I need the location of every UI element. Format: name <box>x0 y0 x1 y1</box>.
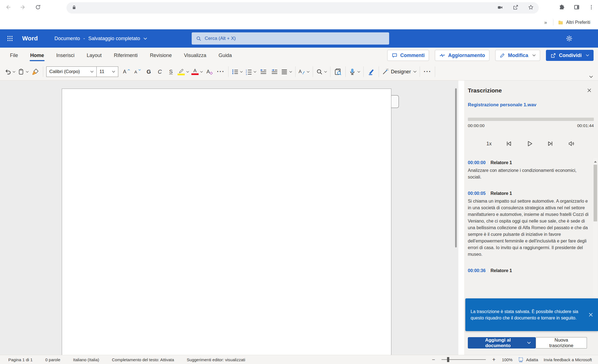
segment-timestamp[interactable]: 00:00:36 <box>468 268 486 273</box>
decrease-indent-button[interactable] <box>259 66 268 78</box>
lock-icon[interactable] <box>71 5 77 11</box>
zoom-level[interactable]: 100% <box>502 357 512 362</box>
new-transcription-button[interactable]: Nuova trascrizione <box>536 337 587 348</box>
tab-inserisci[interactable]: Inserisci <box>50 48 81 63</box>
app-launcher-icon[interactable] <box>4 33 16 44</box>
word-count[interactable]: 0 parole <box>45 357 60 362</box>
audio-file-link[interactable]: Registrazione personale 1.wav <box>468 102 537 108</box>
zoom-slider-thumb[interactable] <box>447 357 449 362</box>
document-scrollbar[interactable] <box>454 81 458 355</box>
tab-guida[interactable]: Guida <box>212 48 238 63</box>
forward-icon[interactable] <box>20 4 26 11</box>
address-bar[interactable] <box>66 2 539 14</box>
font-size-select[interactable]: 11 <box>97 66 118 77</box>
find-button[interactable] <box>316 66 327 78</box>
clear-formatting-button[interactable]: A <box>205 66 214 78</box>
transcript-scrollbar[interactable] <box>593 158 597 296</box>
increase-indent-button[interactable] <box>270 66 279 78</box>
undo-button[interactable] <box>4 66 16 78</box>
margin-comment-tab[interactable] <box>391 95 399 108</box>
transcript-scrollbar-thumb[interactable] <box>594 165 597 221</box>
editor-button[interactable] <box>367 66 376 78</box>
reload-icon[interactable] <box>35 4 41 11</box>
transcript-segment[interactable]: 00:00:36 Relatore 1 <box>468 268 589 273</box>
panel-close-icon[interactable] <box>587 88 592 94</box>
styles-button[interactable]: A <box>299 66 310 78</box>
toast-close-icon[interactable] <box>588 312 594 317</box>
extensions-icon[interactable] <box>559 4 565 11</box>
language-indicator[interactable]: Italiano (Italia) <box>73 357 99 362</box>
save-status: Salvataggio completato <box>88 36 140 42</box>
segment-timestamp[interactable]: 00:00:05 <box>468 191 486 196</box>
bullet-list-button[interactable] <box>232 66 243 78</box>
bold-button[interactable]: G <box>144 66 153 78</box>
search-box[interactable] <box>192 32 389 45</box>
zoom-in-button[interactable]: + <box>491 357 496 363</box>
format-painter-button[interactable] <box>31 66 40 78</box>
edit-mode-button[interactable]: Modifica <box>495 50 540 61</box>
search-input[interactable] <box>205 36 371 41</box>
chevron-down-icon <box>532 54 536 56</box>
tab-file[interactable]: File <box>4 48 24 63</box>
chevron-down-icon <box>357 71 360 73</box>
italic-button[interactable]: C <box>155 66 164 78</box>
numbered-list-button[interactable]: 123 <box>245 66 256 78</box>
document-scrollbar-thumb[interactable] <box>455 88 457 247</box>
transcript-segment[interactable]: 00:00:05 Relatore 1 Si chiama un impatto… <box>468 191 589 258</box>
tab-home[interactable]: Home <box>24 48 50 63</box>
bookmarks-overflow-icon[interactable]: » <box>543 20 549 25</box>
tab-riferimenti[interactable]: Riferimenti <box>108 48 144 63</box>
designer-button[interactable]: Designer <box>382 66 417 78</box>
app-name[interactable]: Word <box>22 35 38 42</box>
underline-button[interactable]: S <box>166 66 175 78</box>
scroll-up-icon[interactable] <box>594 159 597 164</box>
highlight-button[interactable] <box>178 66 189 78</box>
editor-suggestions-status[interactable]: Suggerimenti editor: visualizzati <box>187 357 245 362</box>
share-button[interactable]: Condividi <box>546 50 594 61</box>
chevron-down-icon <box>253 71 256 73</box>
shrink-font-button[interactable]: A <box>133 66 142 78</box>
font-name-select[interactable]: Calibri (Corpo) <box>46 66 97 77</box>
settings-gear-icon[interactable] <box>564 33 575 44</box>
font-color-button[interactable]: A <box>191 66 203 78</box>
audio-progress-bar[interactable] <box>468 118 594 121</box>
active-tab-underline <box>30 60 45 61</box>
feedback-link[interactable]: Invia feedback a Microsoft <box>544 357 592 362</box>
document-title[interactable]: Documento - Salvataggio completato <box>55 36 147 42</box>
ribbon-overflow-button[interactable]: ··· <box>423 66 432 78</box>
back-icon[interactable] <box>5 4 11 11</box>
volume-icon[interactable] <box>568 140 576 148</box>
alignment-button[interactable] <box>281 66 292 78</box>
share-icon[interactable] <box>513 4 519 11</box>
skip-forward-icon[interactable] <box>546 140 555 148</box>
document-page[interactable] <box>62 89 391 355</box>
tab-visualizza[interactable]: Visualizza <box>178 48 212 63</box>
browser-menu-icon[interactable] <box>589 4 594 11</box>
zoom-out-button[interactable]: − <box>431 357 436 363</box>
play-icon[interactable] <box>525 140 534 148</box>
skip-back-icon[interactable] <box>504 140 513 148</box>
grow-font-button[interactable]: A <box>122 66 131 78</box>
tab-revisione[interactable]: Revisione <box>144 48 178 63</box>
add-to-document-button[interactable]: Aggiungi al documento <box>468 337 536 348</box>
text-completion-status[interactable]: Completamento del testo: Attivata <box>112 357 174 362</box>
tab-layout[interactable]: Layout <box>81 48 108 63</box>
side-panel-icon[interactable] <box>574 4 580 11</box>
playback-speed-button[interactable]: 1x <box>486 141 492 147</box>
updates-button[interactable]: Aggiornamento <box>435 50 489 61</box>
transcript-segment[interactable]: 00:00:00 Relatore 1 Analizzare con atten… <box>468 160 589 180</box>
immersive-reader-button[interactable] <box>333 66 342 78</box>
segment-timestamp[interactable]: 00:00:00 <box>468 160 486 165</box>
comments-button[interactable]: Commenti <box>387 50 429 61</box>
chevron-down-icon <box>240 71 243 73</box>
zoom-slider[interactable] <box>442 357 486 362</box>
fit-to-page-button[interactable]: Adatta <box>518 357 538 363</box>
bookmark-star-icon[interactable] <box>528 4 534 11</box>
paste-button[interactable] <box>18 66 29 78</box>
dictate-button[interactable] <box>349 66 360 78</box>
bookmarks-folder[interactable]: Altri Preferiti <box>558 20 590 25</box>
page-count[interactable]: Pagina 1 di 1 <box>8 357 33 362</box>
camera-icon[interactable] <box>497 5 503 11</box>
font-overflow-button[interactable]: ··· <box>216 66 225 78</box>
ribbon-collapse-button[interactable] <box>589 74 593 79</box>
